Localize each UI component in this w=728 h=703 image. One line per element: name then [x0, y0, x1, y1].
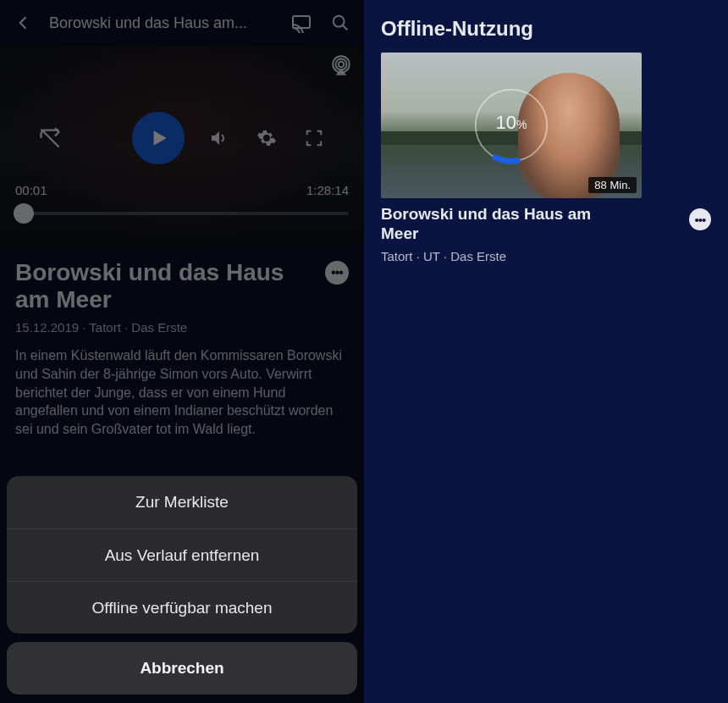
svg-line-7 [41, 130, 59, 147]
video-title: Borowski und das Haus am Meer [15, 259, 295, 313]
header-title: Borowski und das Haus am... [46, 14, 279, 32]
svg-rect-0 [293, 16, 310, 28]
svg-marker-8 [154, 130, 167, 145]
more-options-button[interactable]: ••• [325, 261, 349, 285]
progress-bar[interactable] [15, 212, 349, 215]
download-title: Borowski und das Haus am Meer [381, 205, 601, 244]
download-item[interactable]: 10% 88 Min. [364, 53, 728, 198]
details-section: Borowski und das Haus am Meer ••• 15.12.… [0, 246, 364, 446]
svg-marker-6 [338, 69, 345, 74]
airplay-icon[interactable] [330, 54, 352, 76]
svg-point-1 [334, 16, 345, 27]
cast-icon[interactable] [284, 6, 318, 40]
action-sheet-group: Zur Merkliste Aus Verlauf entfernen Offl… [7, 476, 357, 634]
back-button[interactable] [7, 6, 41, 40]
download-more-button[interactable]: ••• [689, 208, 711, 230]
volume-icon[interactable] [207, 125, 232, 151]
download-meta-row: Borowski und das Haus am Meer Tatort · U… [364, 198, 728, 270]
settings-gear-icon[interactable] [254, 125, 279, 151]
time-row: 00:01 1:28:14 [0, 183, 364, 197]
duration-badge: 88 Min. [588, 177, 637, 193]
fullscreen-icon[interactable] [301, 125, 327, 151]
time-total: 1:28:14 [306, 183, 349, 197]
play-button[interactable] [132, 112, 185, 164]
detail-screen: Borowski und das Haus am... [0, 0, 364, 703]
offline-header: Offline-Nutzung [364, 0, 728, 53]
video-meta: 15.12.2019 · Tatort · Das Erste [15, 320, 349, 335]
sheet-item-watchlist[interactable]: Zur Merkliste [7, 476, 357, 529]
offline-screen: Offline-Nutzung 10% 88 Min. Borowski und… [364, 0, 728, 703]
sheet-item-remove-history[interactable]: Aus Verlauf entfernen [7, 529, 357, 581]
download-progress-label: 10% [496, 112, 527, 134]
svg-line-2 [343, 25, 348, 30]
sheet-cancel-button[interactable]: Abbrechen [7, 642, 357, 695]
video-player[interactable]: 00:01 1:28:14 [0, 46, 364, 246]
repeat-off-icon[interactable] [37, 125, 63, 151]
svg-point-3 [339, 62, 345, 68]
search-icon[interactable] [323, 6, 357, 40]
download-subtitle: Tatort · UT · Das Erste [381, 249, 601, 263]
video-description: In einem Küstenwald läuft den Kommissare… [15, 346, 349, 438]
download-thumbnail: 10% 88 Min. [381, 53, 642, 198]
progress-thumb[interactable] [14, 203, 34, 224]
svg-marker-9 [212, 131, 219, 145]
time-current: 00:01 [15, 183, 47, 197]
sheet-item-offline[interactable]: Offline verfügbar machen [7, 581, 357, 634]
svg-point-4 [336, 58, 347, 69]
action-sheet: Zur Merkliste Aus Verlauf entfernen Offl… [7, 476, 357, 695]
player-controls [0, 112, 364, 164]
top-bar: Borowski und das Haus am... [0, 0, 364, 46]
